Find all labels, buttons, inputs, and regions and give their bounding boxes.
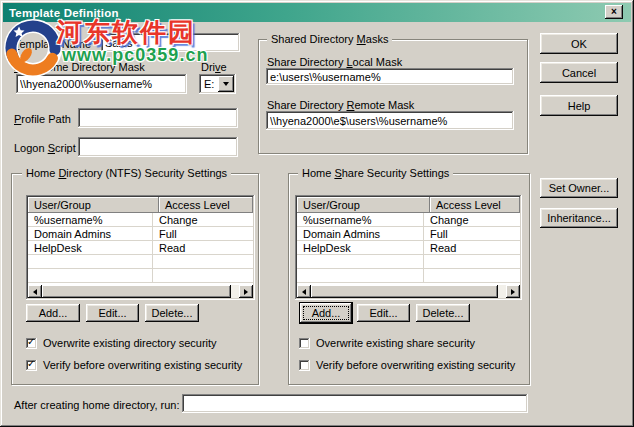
- checkbox-icon[interactable]: [299, 338, 310, 349]
- arrow-right-icon: [244, 289, 248, 295]
- scroll-left-button[interactable]: [297, 285, 311, 298]
- arrow-right-icon: [511, 289, 515, 295]
- share-directory-local-mask-label: Share Directory Local Mask: [267, 56, 402, 68]
- cell-empty: [28, 269, 153, 283]
- scrollbar-thumb[interactable]: [42, 285, 231, 298]
- title-bar[interactable]: Template Definition: [3, 3, 631, 22]
- ntfs-security-group-title: Home Directory (NTFS) Security Settings: [22, 167, 231, 180]
- help-button[interactable]: Help: [540, 95, 618, 116]
- cell-access: Full: [424, 227, 520, 241]
- profile-path-label: Profile Path: [14, 113, 71, 125]
- scrollbar-track[interactable]: [311, 285, 506, 298]
- drive-dropdown-button[interactable]: [218, 76, 234, 92]
- cancel-button-label: Cancel: [562, 67, 596, 79]
- share-security-table[interactable]: User/Group Access Level %username% Chang…: [295, 195, 522, 300]
- after-create-run-input[interactable]: [182, 394, 528, 413]
- ntfs-security-table[interactable]: User/Group Access Level %username% Chang…: [26, 195, 255, 300]
- after-create-run-label: After creating home directory, run:: [14, 399, 179, 411]
- cell-user: HelpDesk: [28, 241, 153, 255]
- chevron-down-icon: [223, 82, 229, 86]
- ntfs-delete-button-label: Delete...: [152, 307, 193, 319]
- table-row[interactable]: Domain Admins Full: [28, 227, 253, 241]
- ok-button[interactable]: OK: [540, 33, 618, 54]
- table-row-empty: [28, 255, 253, 269]
- table-row[interactable]: HelpDesk Read: [297, 241, 520, 255]
- arrow-left-icon: [33, 289, 37, 295]
- cell-access: Read: [424, 241, 520, 255]
- horizontal-scrollbar[interactable]: [28, 285, 253, 298]
- scroll-right-button[interactable]: [506, 285, 520, 298]
- ntfs-add-button-label: Add...: [39, 307, 68, 319]
- cell-empty: [424, 269, 520, 283]
- share-directory-local-mask-input[interactable]: [266, 68, 514, 85]
- table-row[interactable]: HelpDesk Read: [28, 241, 253, 255]
- cell-empty: [297, 255, 424, 269]
- drive-select[interactable]: E:: [199, 74, 236, 94]
- checkbox-icon[interactable]: [26, 338, 37, 349]
- close-button[interactable]: ×: [605, 5, 623, 19]
- cell-empty: [153, 269, 253, 283]
- verify-before-overwrite-directory-checkbox[interactable]: Verify before overwriting existing secur…: [26, 359, 242, 371]
- new-home-directory-mask-input[interactable]: [16, 74, 187, 94]
- scroll-right-button[interactable]: [239, 285, 253, 298]
- share-column-header-user-group[interactable]: User/Group: [297, 197, 430, 213]
- arrow-left-icon: [302, 289, 306, 295]
- ntfs-column-header-access-level[interactable]: Access Level: [159, 197, 253, 213]
- profile-path-input[interactable]: [78, 108, 238, 128]
- drive-value: E:: [199, 74, 216, 94]
- share-column-header-access-level[interactable]: Access Level: [430, 197, 520, 213]
- inheritance-button[interactable]: Inheritance...: [540, 208, 618, 228]
- close-icon: ×: [611, 7, 617, 17]
- cell-access: Read: [153, 241, 253, 255]
- cell-user: Domain Admins: [28, 227, 153, 241]
- cancel-button[interactable]: Cancel: [540, 62, 618, 83]
- cell-empty: [28, 255, 153, 269]
- template-name-input[interactable]: [101, 33, 240, 52]
- template-name-label: Template Name: [14, 38, 91, 50]
- inheritance-button-label: Inheritance...: [547, 212, 611, 224]
- cell-empty: [424, 255, 520, 269]
- share-edit-button[interactable]: Edit...: [357, 304, 410, 322]
- table-row[interactable]: %username% Change: [28, 213, 253, 227]
- checkbox-label: Verify before overwriting existing secur…: [43, 359, 242, 371]
- cell-empty: [297, 269, 424, 283]
- checkbox-icon[interactable]: [26, 360, 37, 371]
- scroll-left-button[interactable]: [28, 285, 42, 298]
- checkbox-icon[interactable]: [299, 360, 310, 371]
- table-row[interactable]: Domain Admins Full: [297, 227, 520, 241]
- set-owner-button-label: Set Owner...: [549, 182, 610, 194]
- overwrite-share-security-checkbox[interactable]: Overwrite existing share security: [299, 337, 475, 349]
- verify-before-overwrite-share-checkbox[interactable]: Verify before overwriting existing secur…: [299, 359, 515, 371]
- ntfs-column-header-user-group[interactable]: User/Group: [28, 197, 159, 213]
- ntfs-add-button[interactable]: Add...: [26, 304, 80, 322]
- cell-user: %username%: [28, 213, 153, 227]
- checkbox-label: Verify before overwriting existing secur…: [316, 359, 515, 371]
- ntfs-delete-button[interactable]: Delete...: [145, 304, 199, 322]
- share-directory-remote-mask-input[interactable]: [266, 111, 514, 130]
- table-row[interactable]: %username% Change: [297, 213, 520, 227]
- table-row-empty: [297, 269, 520, 283]
- cell-access: Change: [153, 213, 253, 227]
- cell-access: Full: [153, 227, 253, 241]
- ok-button-label: OK: [571, 38, 587, 50]
- home-share-security-group-title: Home Share Security Settings: [298, 167, 453, 180]
- table-row-empty: [28, 269, 253, 283]
- table-row-empty: [297, 255, 520, 269]
- cell-empty: [153, 255, 253, 269]
- scrollbar-track[interactable]: [42, 285, 239, 298]
- window-title: Template Definition: [3, 7, 119, 19]
- shared-directory-masks-title: Shared Directory Masks: [267, 33, 392, 46]
- share-directory-remote-mask-label: Share Directory Remote Mask: [267, 99, 414, 111]
- ntfs-edit-button-label: Edit...: [98, 307, 126, 319]
- ntfs-edit-button[interactable]: Edit...: [86, 304, 139, 322]
- scrollbar-thumb[interactable]: [311, 285, 498, 298]
- horizontal-scrollbar[interactable]: [297, 285, 520, 298]
- share-delete-button[interactable]: Delete...: [416, 304, 470, 322]
- set-owner-button[interactable]: Set Owner...: [540, 178, 618, 198]
- drive-label: Drive: [201, 61, 227, 73]
- logon-script-input[interactable]: [78, 137, 238, 157]
- template-definition-dialog: Template Definition × Template Name New …: [0, 0, 634, 427]
- logon-script-label: Logon Script: [14, 142, 76, 154]
- overwrite-directory-security-checkbox[interactable]: Overwrite existing directory security: [26, 337, 217, 349]
- share-add-button[interactable]: Add...: [300, 303, 352, 323]
